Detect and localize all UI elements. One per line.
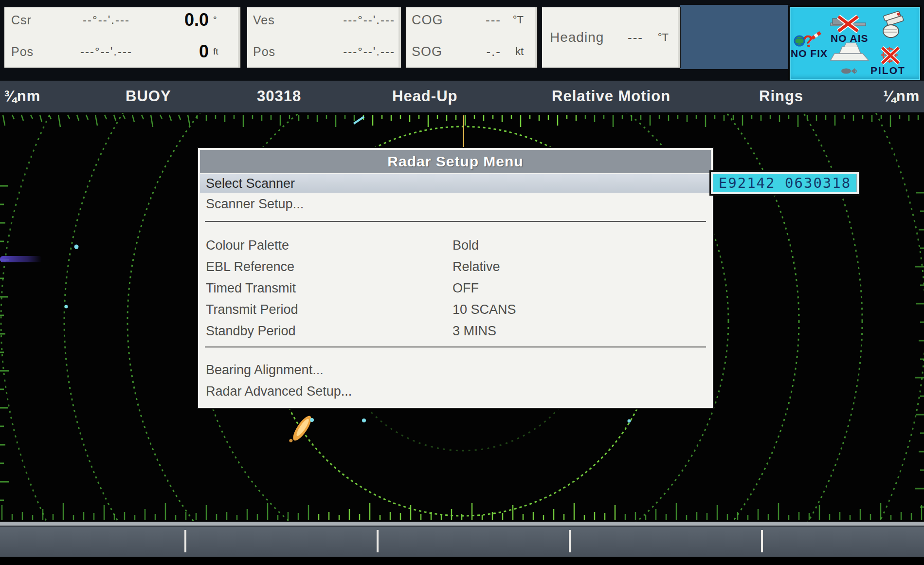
no-ais-label: NO AIS — [831, 33, 869, 44]
pilot-label: PILOT — [870, 65, 906, 76]
menu-item-scanner-setup[interactable]: Scanner Setup... — [200, 193, 711, 215]
motion-mode: Relative Motion — [552, 81, 670, 112]
target-id: 30318 — [257, 81, 301, 112]
menu-item-transmit-period[interactable]: Transmit Period 10 SCANS — [200, 299, 711, 320]
cyan-echo-streak — [354, 117, 364, 124]
menu-item-value: 3 MINS — [453, 320, 496, 342]
vessel-label: Ves — [253, 13, 275, 27]
cursor-panel: Csr --°--'.--- 0.0 ° Pos ---°--'.--- 0 f… — [4, 7, 241, 68]
softkey-zone-5[interactable] — [763, 527, 924, 557]
scanner-popup[interactable]: E92142 0630318 — [709, 170, 860, 196]
heading-unit: °T — [643, 31, 669, 44]
bearing-scale-top — [3, 115, 918, 127]
cursor-range-value: 0 — [163, 41, 209, 62]
fish-icon — [841, 68, 856, 74]
vessel-panel: Ves ---°--'.--- Pos ---°--'.--- — [247, 7, 401, 68]
cursor-bearing-value: 0.0 — [163, 10, 209, 30]
target-echo-blob — [288, 414, 314, 446]
sog-value: -.- — [486, 44, 501, 59]
menu-item-label: Colour Palette — [206, 238, 289, 253]
menu-item-value: Relative — [453, 256, 500, 277]
cursor-coordinate: --°--'.--- — [50, 13, 163, 27]
menu-separator — [205, 221, 706, 222]
no-fix-label: NO FIX — [791, 48, 828, 59]
alert-icons: ? NO FIX NO AIS — [790, 7, 917, 77]
task-bar-top-edge — [0, 522, 924, 526]
cog-label: COG — [412, 13, 486, 28]
pilot-icon — [881, 47, 899, 63]
cursor-pos-label: Pos — [11, 45, 50, 59]
sog-label: SOG — [412, 44, 486, 59]
menu-item-label: Transmit Period — [206, 302, 298, 317]
task-bar-body — [0, 526, 924, 557]
menu-item-standby-period[interactable]: Standby Period 3 MINS — [200, 320, 711, 342]
bottom-task-bar — [0, 522, 924, 565]
heading-value: --- — [628, 30, 643, 45]
alert-icon-panel: ? NO FIX NO AIS — [788, 5, 922, 81]
cursor-pos-coordinate: ---°--'.--- — [50, 45, 163, 58]
menu-item-colour-palette[interactable]: Colour Palette Bold — [200, 235, 711, 256]
status-gap-panel — [680, 5, 790, 69]
menu-item-value: Bold — [453, 235, 479, 256]
menu-item-select-scanner[interactable]: Select Scanner — [200, 174, 711, 193]
menu-item-label: Timed Transmit — [206, 281, 296, 295]
hand-icon — [883, 11, 904, 37]
menu-item-label: Standby Period — [206, 324, 296, 338]
bearing-scale-bottom — [2, 503, 922, 520]
menu-item-label: EBL Reference — [206, 259, 294, 274]
heading-panel: Heading --- °T — [542, 7, 681, 68]
menu-item-value: 10 SCANS — [453, 299, 516, 320]
softkey-zone-3[interactable] — [379, 527, 569, 557]
cursor-label: Csr — [11, 13, 50, 27]
bearing-scale-right — [915, 193, 924, 507]
rings-value: ¼nm — [883, 81, 920, 112]
vessel-pos-label: Pos — [253, 45, 275, 59]
menu-title: Radar Setup Menu — [200, 150, 711, 173]
menu-item-timed-transmit[interactable]: Timed Transmit OFF — [200, 277, 711, 299]
range-mode-bar: ¾nm BUOY 30318 Head-Up Relative Motion R… — [0, 80, 924, 113]
heading-label: Heading — [550, 30, 628, 45]
cog-unit: °T — [501, 14, 524, 26]
rings-label: Rings — [759, 81, 803, 112]
sog-unit: kt — [501, 45, 524, 58]
cursor-bearing-unit: ° — [209, 15, 234, 25]
softkey-zone-2[interactable] — [186, 527, 377, 557]
softkey-zone-1[interactable] — [0, 527, 184, 557]
scanner-id-value: E92142 0630318 — [719, 175, 851, 191]
target-type: BUOY — [126, 81, 171, 112]
interference-streak — [0, 256, 42, 262]
vessel-pos-coordinate: ---°--'.--- — [343, 45, 395, 58]
no-ais-icon — [831, 17, 866, 31]
menu-item-radar-advanced-setup[interactable]: Radar Advanced Setup... — [200, 381, 711, 402]
vessel-coordinate: ---°--'.--- — [343, 13, 395, 27]
cursor-range-unit: ft — [209, 46, 234, 57]
cog-sog-panel: COG --- °T SOG -.- kt — [405, 7, 538, 68]
radar-setup-menu: Radar Setup Menu Select Scanner Scanner … — [197, 147, 714, 409]
cog-value: --- — [486, 13, 501, 28]
menu-item-value: OFF — [453, 277, 479, 299]
orientation-mode: Head-Up — [392, 81, 457, 112]
radar-display-screen: Csr --°--'.--- 0.0 ° Pos ---°--'.--- 0 f… — [0, 0, 924, 565]
boat-icon — [831, 43, 869, 60]
menu-item-ebl-reference[interactable]: EBL Reference Relative — [200, 256, 711, 277]
menu-separator — [205, 346, 706, 347]
menu-item-bearing-alignment[interactable]: Bearing Alignment... — [200, 359, 711, 381]
softkey-zone-4[interactable] — [571, 527, 761, 557]
range-value: ¾nm — [4, 81, 40, 112]
